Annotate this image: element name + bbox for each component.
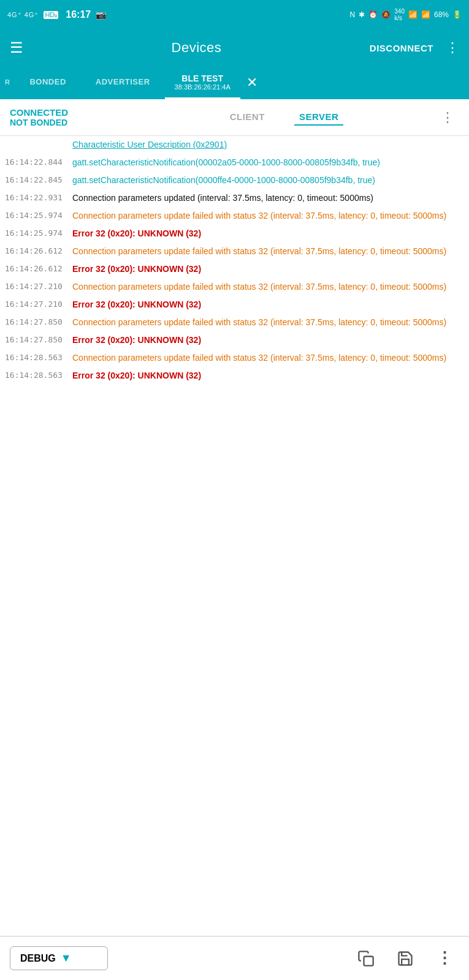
log-message: Error 32 (0x20): UNKNOWN (32) — [72, 263, 464, 276]
bottom-more-button[interactable]: ⋮ — [430, 944, 459, 973]
log-row: 16:14:26.612 Error 32 (0x20): UNKNOWN (3… — [0, 260, 469, 278]
log-time: 16:14:25.974 — [5, 227, 72, 238]
status-left: 4G⁺ 4G⁺ HD₂ 16:17 📷 — [7, 9, 106, 20]
log-row: 16:14:25.974 Error 32 (0x20): UNKNOWN (3… — [0, 225, 469, 243]
tab-bletest-title: BLE TEST — [181, 74, 223, 83]
copy-button[interactable] — [351, 944, 381, 973]
log-area: Characteristic User Description (0x2901)… — [0, 136, 469, 385]
log-row: 16:14:26.612 Connection parameters updat… — [0, 243, 469, 260]
menu-button[interactable]: ☰ — [10, 39, 23, 56]
tab-close-button[interactable]: ✕ — [240, 66, 264, 99]
log-message: Connection parameters update failed with… — [72, 281, 464, 293]
log-row: 16:14:27.850 Error 32 (0x20): UNKNOWN (3… — [0, 331, 469, 349]
log-message: gatt.setCharacteristicNotification(00002… — [72, 156, 464, 169]
debug-dropdown[interactable]: DEBUG ▼ — [10, 946, 108, 970]
log-message: Connection parameters update failed with… — [72, 209, 464, 222]
time-display: 16:17 — [66, 9, 91, 20]
connected-label: CONNECTED — [10, 107, 132, 118]
sub-tab-server[interactable]: SERVER — [294, 109, 343, 126]
log-message: Connection parameters update failed with… — [72, 245, 464, 258]
debug-label: DEBUG — [20, 953, 56, 964]
log-time: 16:14:22.845 — [5, 174, 72, 184]
battery-level: 68% — [434, 10, 449, 19]
nfc-icon: N — [350, 10, 356, 19]
disconnect-button[interactable]: DISCONNECT — [370, 43, 433, 53]
log-time: 16:14:27.210 — [5, 281, 72, 291]
log-time: 16:14:22.844 — [5, 156, 72, 167]
log-container: Characteristic User Description (0x2901)… — [0, 136, 469, 434]
toolbar: ☰ Devices DISCONNECT ⋮ — [0, 29, 469, 66]
tab-advertiser[interactable]: ADVERTISER — [81, 66, 165, 99]
log-row: 16:14:22.931 Connection parameters updat… — [0, 189, 469, 207]
not-bonded-label: NOT BONDED — [10, 118, 132, 127]
svg-rect-0 — [364, 956, 373, 965]
log-row: 16:14:27.210 Error 32 (0x20): UNKNOWN (3… — [0, 296, 469, 314]
log-message: gatt.setCharacteristicNotification(0000f… — [72, 174, 464, 187]
log-row: 16:14:28.563 Connection parameters updat… — [0, 349, 469, 367]
log-time: 16:14:25.974 — [5, 209, 72, 220]
tabs-row: R BONDED ADVERTISER BLE TEST 38:3B:26:26… — [0, 66, 469, 99]
log-time: 16:14:27.850 — [5, 316, 72, 326]
toolbar-more-button[interactable]: ⋮ — [446, 40, 459, 56]
toolbar-title: Devices — [172, 40, 222, 56]
log-message: Characteristic User Description (0x2901) — [72, 138, 464, 151]
hd-icon: HD₂ — [44, 11, 58, 19]
alarm-icon: ⏰ — [368, 10, 378, 19]
connection-status: CONNECTED NOT BONDED — [10, 107, 132, 127]
wifi-icon2: 📶 — [421, 10, 430, 19]
toolbar-actions: DISCONNECT ⋮ — [370, 40, 459, 56]
log-time: 16:14:26.612 — [5, 245, 72, 255]
log-message: Error 32 (0x20): UNKNOWN (32) — [72, 298, 464, 311]
log-time: 16:14:27.210 — [5, 298, 72, 309]
sub-tabs-more-button[interactable]: ⋮ — [436, 110, 459, 126]
log-row: 16:14:22.844 gatt.setCharacteristicNotif… — [0, 154, 469, 172]
log-message: Error 32 (0x20): UNKNOWN (32) — [72, 227, 464, 240]
log-message: Connection parameters update failed with… — [72, 316, 464, 329]
log-message: Error 32 (0x20): UNKNOWN (32) — [72, 334, 464, 347]
signal-icons: 4G⁺ 4G⁺ — [7, 11, 39, 19]
bluetooth-icon: ✱ — [359, 10, 365, 19]
log-time: 16:14:28.563 — [5, 352, 72, 362]
copy-icon — [357, 950, 375, 967]
sub-tab-client[interactable]: CLIENT — [225, 109, 270, 126]
tab-bletest[interactable]: BLE TEST 38:3B:26:26:21:4A — [165, 66, 240, 99]
wifi-icon1: 📶 — [408, 10, 418, 19]
log-time: 16:14:28.563 — [5, 369, 72, 380]
status-bar: 4G⁺ 4G⁺ HD₂ 16:17 📷 N ✱ ⏰ 🔕 340k/s 📶 📶 6… — [0, 0, 469, 29]
log-row: Characteristic User Description (0x2901) — [0, 136, 469, 154]
tab-bonded-label: BONDED — [29, 77, 66, 86]
battery-icon: 🔋 — [452, 10, 462, 19]
sub-tabs: CLIENT SERVER — [132, 109, 436, 126]
dropdown-arrow-icon: ▼ — [61, 952, 72, 965]
log-time: 16:14:22.931 — [5, 192, 72, 202]
log-row: 16:14:27.850 Connection parameters updat… — [0, 314, 469, 331]
log-message: Connection parameters update failed with… — [72, 352, 464, 364]
log-message: Connection parameters updated (interval:… — [72, 192, 464, 205]
save-button[interactable] — [391, 944, 420, 973]
log-time — [5, 138, 72, 140]
log-row: 16:14:28.563 Error 32 (0x20): UNKNOWN (3… — [0, 367, 469, 385]
log-row: 16:14:25.974 Connection parameters updat… — [0, 207, 469, 225]
more-icon: ⋮ — [437, 949, 452, 968]
log-row: 16:14:27.210 Connection parameters updat… — [0, 278, 469, 296]
bottom-bar: DEBUG ▼ ⋮ — [0, 936, 469, 980]
log-time: 16:14:26.612 — [5, 263, 72, 273]
connected-bar: CONNECTED NOT BONDED CLIENT SERVER ⋮ — [0, 99, 469, 136]
tab-partial[interactable]: R — [0, 66, 15, 99]
camera-icon: 📷 — [96, 10, 106, 20]
status-right: N ✱ ⏰ 🔕 340k/s 📶 📶 68% 🔋 — [350, 8, 462, 21]
tab-bletest-addr: 38:3B:26:26:21:4A — [175, 83, 231, 91]
log-row: 16:14:22.845 gatt.setCharacteristicNotif… — [0, 172, 469, 189]
log-message: Error 32 (0x20): UNKNOWN (32) — [72, 369, 464, 382]
log-time: 16:14:27.850 — [5, 334, 72, 344]
data-speed: 340k/s — [394, 8, 405, 21]
silent-icon: 🔕 — [381, 10, 391, 19]
tab-advertiser-label: ADVERTISER — [96, 77, 150, 86]
save-icon — [397, 950, 414, 967]
tab-bonded[interactable]: BONDED — [15, 66, 80, 99]
